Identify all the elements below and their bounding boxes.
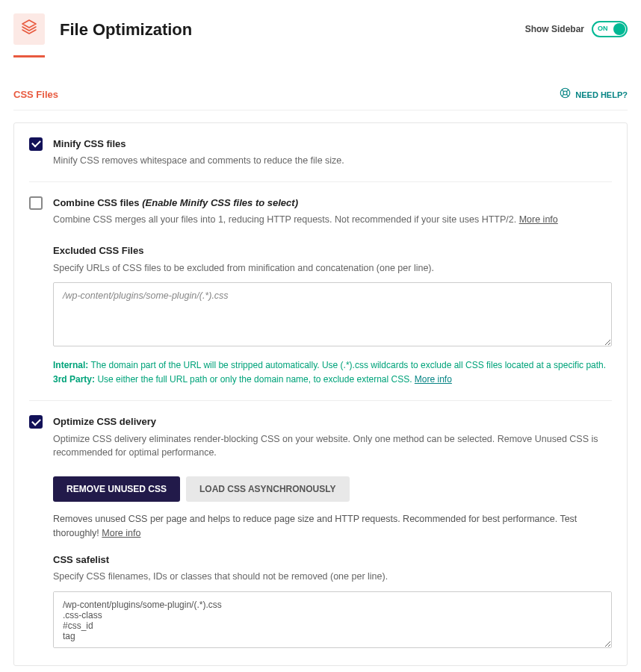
minify-css-title: Minify CSS files: [53, 137, 612, 152]
show-sidebar-label: Show Sidebar: [525, 22, 584, 36]
load-css-async-button[interactable]: LOAD CSS ASYNCHRONOUSLY: [186, 476, 349, 502]
excluded-css-hint: Internal: The domain part of the URL wil…: [53, 358, 612, 387]
combine-css-checkbox[interactable]: [29, 196, 43, 210]
page-title: File Optimization: [60, 17, 192, 42]
combine-css-option: Combine CSS files (Enable Minify CSS fil…: [29, 181, 612, 400]
safelist-textarea[interactable]: [53, 591, 612, 648]
optimize-css-title: Optimize CSS delivery: [53, 414, 612, 429]
minify-css-checkbox[interactable]: [29, 137, 43, 151]
excluded-css-textarea[interactable]: [53, 282, 612, 346]
svg-line-4: [567, 94, 569, 96]
svg-line-5: [562, 94, 564, 96]
minify-css-option: Minify CSS files Minify CSS removes whit…: [29, 123, 612, 181]
page-header: File Optimization Show Sidebar ON: [13, 13, 628, 45]
svg-marker-0: [22, 20, 36, 28]
safelist-desc: Specify CSS filenames, IDs or classes th…: [53, 570, 612, 584]
combine-css-title: Combine CSS files (Enable Minify CSS fil…: [53, 196, 612, 211]
safelist-title: CSS safelist: [53, 553, 612, 567]
remove-unused-desc: Removes unused CSS per page and helps to…: [53, 512, 612, 541]
optimize-more-info-link[interactable]: More info: [102, 528, 140, 538]
combine-more-info-link[interactable]: More info: [519, 214, 558, 225]
hint-more-info-link[interactable]: More info: [415, 374, 452, 385]
excluded-css-desc: Specify URLs of CSS files to be excluded…: [53, 261, 612, 276]
css-files-panel: Minify CSS files Minify CSS removes whit…: [13, 122, 628, 667]
toggle-state-label: ON: [598, 24, 608, 34]
active-tab-indicator: [13, 55, 45, 57]
need-help-link[interactable]: NEED HELP?: [560, 87, 628, 102]
svg-line-6: [567, 90, 569, 92]
optimize-css-checkbox[interactable]: [29, 415, 43, 429]
help-icon: [560, 87, 571, 102]
svg-line-3: [562, 90, 564, 92]
excluded-css-title: Excluded CSS Files: [53, 243, 612, 258]
optimize-css-desc: Optimize CSS delivery eliminates render-…: [53, 432, 612, 461]
section-title: CSS Files: [13, 87, 58, 102]
layers-icon: [13, 13, 45, 45]
combine-css-desc: Combine CSS merges all your files into 1…: [53, 213, 612, 227]
remove-unused-css-button[interactable]: REMOVE UNUSED CSS: [53, 476, 180, 502]
show-sidebar-toggle[interactable]: ON: [592, 21, 628, 37]
minify-css-desc: Minify CSS removes whitespace and commen…: [53, 154, 612, 168]
optimize-css-option: Optimize CSS delivery Optimize CSS deliv…: [29, 400, 612, 665]
